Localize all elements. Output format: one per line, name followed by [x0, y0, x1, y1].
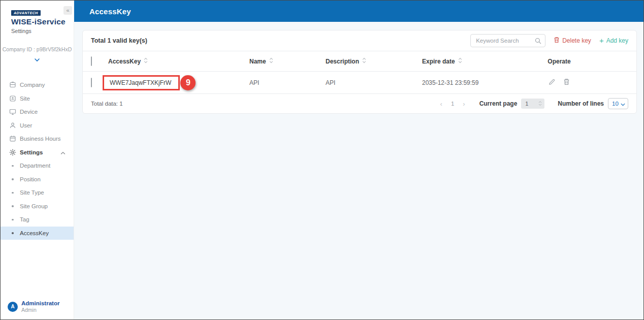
bullet-icon — [9, 192, 16, 194]
delete-key-label: Delete key — [562, 37, 591, 44]
annotation-badge: 9 — [180, 75, 196, 90]
sidebar-item-device[interactable]: Device — [1, 105, 74, 119]
chevron-down-icon — [621, 99, 625, 108]
lines-per-page-select[interactable]: 10 — [608, 98, 628, 109]
accesskey-card: Total 1 valid key(s) Delete — [82, 30, 637, 114]
toolbar-actions: Delete key + Add key — [470, 34, 628, 47]
next-page-button[interactable]: › — [463, 100, 465, 108]
card-toolbar: Total 1 valid key(s) Delete — [83, 30, 636, 51]
column-header-expire-date[interactable]: Expire date — [422, 57, 529, 65]
delete-key-button[interactable]: Delete key — [554, 37, 591, 45]
company-expand-chevron[interactable] — [1, 55, 74, 64]
stepper-icon[interactable] — [538, 99, 542, 108]
current-page-value: 1 — [525, 101, 538, 107]
description-cell: API — [326, 79, 422, 86]
plus-icon: + — [599, 38, 604, 44]
sort-icon[interactable] — [269, 57, 273, 65]
sidebar-item-label: User — [20, 122, 32, 129]
sort-icon[interactable] — [362, 57, 366, 65]
settings-icon — [9, 149, 16, 156]
trash-icon — [563, 78, 570, 87]
sidebar-subitem-position[interactable]: Position — [1, 173, 74, 186]
site-icon — [9, 95, 16, 102]
content-area: Total 1 valid key(s) Delete — [74, 22, 644, 319]
edit-button[interactable] — [549, 78, 556, 87]
user-name: Administrator — [21, 300, 59, 306]
sidebar: « ADVANTECH WISE-iService Settings Compa… — [1, 1, 74, 319]
sidebar-item-site[interactable]: Site — [1, 92, 74, 106]
sidebar-subitem-site-type[interactable]: Site Type — [1, 186, 74, 200]
search-icon[interactable] — [535, 37, 541, 46]
delete-row-button[interactable] — [563, 78, 570, 87]
sidebar-collapse-button[interactable]: « — [63, 6, 72, 15]
sidebar-subitem-label: Position — [20, 176, 41, 182]
chevron-up-icon — [60, 148, 66, 157]
sidebar-subitem-label: AccessKey — [20, 230, 49, 236]
column-label: Operate — [548, 58, 570, 65]
add-key-label: Add key — [606, 37, 628, 44]
current-page-label: Current page — [479, 100, 518, 107]
column-label: Name — [249, 58, 266, 65]
sidebar-subitem-site-group[interactable]: Site Group — [1, 200, 74, 213]
app-subtitle: Settings — [11, 28, 74, 34]
bullet-icon — [9, 219, 16, 221]
row-checkbox[interactable] — [91, 78, 92, 87]
page-number[interactable]: 1 — [451, 101, 454, 107]
sidebar-item-label: Business Hours — [20, 136, 61, 142]
lines-per-page-value: 10 — [612, 101, 621, 107]
keyword-search — [470, 34, 545, 47]
user-block[interactable]: A Administrator Admin — [1, 300, 74, 319]
app-window: « ADVANTECH WISE-iService Settings Compa… — [0, 0, 644, 320]
page-header: AccessKey — [74, 1, 644, 22]
previous-page-button[interactable]: ‹ — [440, 100, 442, 108]
sidebar-item-business-hours[interactable]: Business Hours — [1, 132, 74, 146]
sidebar-subitem-accesskey[interactable]: AccessKey — [1, 227, 74, 240]
logo-block: ADVANTECH WISE-iService Settings — [1, 1, 74, 34]
user-icon — [9, 122, 16, 129]
main-area: AccessKey Total 1 valid key(s) — [74, 1, 644, 319]
sidebar-subitem-label: Department — [20, 163, 50, 169]
search-input[interactable] — [470, 34, 545, 47]
table-footer: Total data: 1 ‹ 1 › Current page 1 — [83, 94, 636, 113]
sidebar-subitem-department[interactable]: Department — [1, 159, 74, 173]
sidebar-menu: Company Site Device User — [1, 78, 74, 240]
sidebar-item-user[interactable]: User — [1, 119, 74, 133]
user-avatar[interactable]: A — [8, 302, 18, 312]
column-header-description[interactable]: Description — [326, 57, 422, 65]
total-data-label: Total data: 1 — [91, 101, 123, 107]
pagination-controls: ‹ 1 › Current page 1 Number of lines — [440, 98, 628, 109]
sidebar-item-label: Settings — [20, 149, 43, 155]
company-icon — [9, 81, 16, 88]
sidebar-subitem-label: Tag — [20, 216, 29, 222]
bullet-icon — [9, 165, 16, 167]
sidebar-item-company[interactable]: Company — [1, 78, 74, 92]
name-cell: API — [249, 79, 326, 86]
column-label: Description — [326, 58, 359, 65]
advantech-logo: ADVANTECH — [11, 10, 41, 16]
column-label: Expire date — [422, 58, 455, 65]
sidebar-item-settings[interactable]: Settings — [1, 146, 74, 159]
pager: ‹ 1 › — [440, 100, 465, 108]
current-page-input[interactable]: 1 — [521, 99, 544, 109]
sidebar-item-label: Site — [20, 95, 30, 102]
sidebar-subitem-label: Site Type — [20, 189, 44, 196]
bullet-icon — [9, 205, 16, 207]
trash-icon — [554, 37, 560, 45]
sort-icon[interactable] — [458, 57, 462, 65]
sidebar-subitem-tag[interactable]: Tag — [1, 213, 74, 227]
number-of-lines-label: Number of lines — [558, 100, 604, 107]
accesskey-annotation: WWE7JaqwFTXKjFrW 9 — [103, 75, 180, 90]
column-header-accesskey[interactable]: AccessKey — [108, 57, 249, 65]
sort-icon[interactable] — [144, 57, 148, 65]
table-row: WWE7JaqwFTXKjFrW 9 API API 2035-12-31 23… — [83, 72, 636, 94]
app-name: WISE-iService — [11, 17, 74, 26]
sidebar-subitem-label: Site Group — [20, 203, 48, 209]
select-all-checkbox[interactable] — [91, 56, 92, 66]
device-icon — [9, 108, 16, 115]
column-header-operate: Operate — [529, 58, 590, 65]
company-id-label: Company ID : p9BrV5f2kHxD — [1, 46, 74, 52]
chevron-down-icon — [34, 55, 40, 64]
user-role: Admin — [21, 307, 59, 313]
column-header-name[interactable]: Name — [249, 57, 326, 65]
add-key-button[interactable]: + Add key — [599, 37, 628, 44]
